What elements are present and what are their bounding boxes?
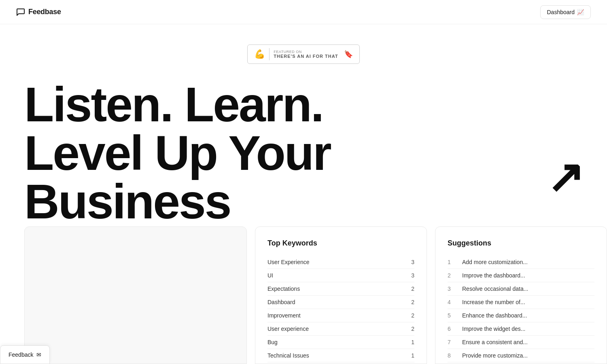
suggestion-text: Provide more customiza... (462, 352, 528, 359)
badge-top-text: Featured on (274, 50, 338, 54)
featured-badge: 💪 Featured on There's an AI for that 🔖 (247, 44, 359, 64)
keyword-label: User Experience (267, 256, 404, 269)
chart-icon: 📈 (577, 9, 584, 15)
suggestion-text: Improve the dashboard... (462, 272, 525, 279)
keyword-count: 2 (404, 322, 414, 336)
card-left (24, 226, 247, 364)
trending-arrow-icon: ↗ (547, 155, 583, 199)
logo-area: Feedbase (16, 8, 61, 17)
keyword-label: Dashboard (267, 296, 404, 309)
keywords-table: User Experience3UI3Expectations2Dashboar… (267, 256, 414, 364)
suggestion-num: 8 (448, 352, 456, 359)
keyword-count: 3 (404, 269, 414, 282)
hero-section: Listen. Learn. Level Up Your Business ↗ (0, 64, 607, 226)
suggestion-num: 1 (448, 259, 456, 265)
keywords-title: Top Keywords (267, 239, 414, 248)
suggestion-num: 3 (448, 286, 456, 292)
logo-text: Feedbase (28, 8, 61, 16)
table-row: Technical Issues1 (267, 349, 414, 362)
keyword-count: 2 (404, 282, 414, 296)
navbar: Feedbase Dashboard 📈 (0, 0, 607, 24)
suggestion-text: Resolve occasional data... (462, 286, 528, 292)
logo-icon (16, 8, 25, 17)
suggestion-num: 4 (448, 299, 456, 305)
suggestions-title: Suggestions (448, 239, 594, 248)
table-row: Improvement2 (267, 309, 414, 322)
suggestion-text: Add more customization... (462, 259, 528, 265)
table-row: Dashboard2 (267, 296, 414, 309)
list-item: 8Provide more customiza... (448, 349, 594, 362)
feedback-label: Feedback (8, 351, 33, 358)
dashboard-button[interactable]: Dashboard 📈 (540, 5, 591, 19)
list-item: 5Enhance the dashboard... (448, 309, 594, 322)
table-row: Expectations2 (267, 282, 414, 296)
keyword-count: 2 (404, 296, 414, 309)
suggestion-num: 6 (448, 326, 456, 332)
table-row: Functionality1 (267, 362, 414, 364)
keyword-label: User experience (267, 322, 404, 336)
list-item: 4Increase the number of... (448, 296, 594, 309)
bookmark-icon: 🔖 (344, 50, 353, 59)
keyword-label: Functionality (267, 362, 404, 364)
suggestions-card: Suggestions 1Add more customization...2I… (435, 226, 607, 364)
suggestions-list: 1Add more customization...2Improve the d… (448, 256, 594, 364)
table-row: User experience2 (267, 322, 414, 336)
featured-badge-container: 💪 Featured on There's an AI for that 🔖 (0, 44, 607, 64)
keyword-label: Improvement (267, 309, 404, 322)
keyword-label: Bug (267, 336, 404, 349)
list-item: 2Improve the dashboard... (448, 269, 594, 282)
badge-text-area: Featured on There's an AI for that (274, 50, 338, 59)
badge-main-text: There's an AI for that (274, 54, 338, 59)
keyword-count: 1 (404, 362, 414, 364)
cards-preview: Top Keywords User Experience3UI3Expectat… (0, 226, 607, 364)
keywords-card: Top Keywords User Experience3UI3Expectat… (255, 226, 427, 364)
muscle-icon: 💪 (254, 49, 265, 59)
keyword-label: Technical Issues (267, 349, 404, 362)
list-item: 1Add more customization... (448, 256, 594, 269)
list-item: 3Resolve occasional data... (448, 282, 594, 296)
suggestion-num: 7 (448, 339, 456, 345)
keyword-label: Expectations (267, 282, 404, 296)
list-item: 6Improve the widget des... (448, 322, 594, 336)
keyword-label: UI (267, 269, 404, 282)
badge-divider (269, 48, 270, 60)
suggestion-text: Improve the widget des... (462, 326, 525, 332)
dashboard-label: Dashboard (547, 9, 575, 15)
feedback-widget[interactable]: Feedback ✉ (0, 345, 50, 364)
keyword-count: 1 (404, 349, 414, 362)
hero-title-line1: Listen. Learn. (24, 80, 583, 129)
list-item: 9Add more features for... (448, 362, 594, 364)
suggestion-num: 5 (448, 312, 456, 319)
suggestion-text: Enhance the dashboard... (462, 312, 527, 319)
hero-title-text-line2: Level Up Your Business (24, 129, 539, 226)
suggestion-text: Ensure a consistent and... (462, 339, 528, 345)
hero-title-line2: Level Up Your Business ↗ (24, 129, 583, 226)
feedback-icon: ✉ (36, 351, 41, 358)
keyword-count: 3 (404, 256, 414, 269)
list-item: 7Ensure a consistent and... (448, 336, 594, 349)
table-row: User Experience3 (267, 256, 414, 269)
keyword-count: 1 (404, 336, 414, 349)
suggestion-text: Increase the number of... (462, 299, 525, 305)
table-row: UI3 (267, 269, 414, 282)
keyword-count: 2 (404, 309, 414, 322)
table-row: Bug1 (267, 336, 414, 349)
suggestion-num: 2 (448, 272, 456, 279)
